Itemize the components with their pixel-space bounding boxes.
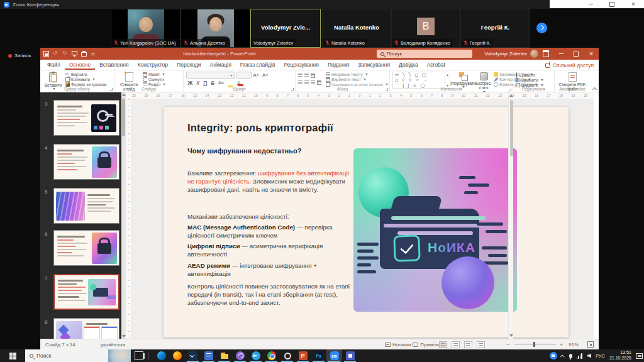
align-right-icon[interactable] <box>311 80 315 85</box>
strikethrough-button[interactable]: S <box>209 80 216 86</box>
thumbnail-slide-8[interactable] <box>53 318 119 339</box>
taskbar-search-box[interactable]: Поиск <box>25 349 131 362</box>
blue-app-icon[interactable] <box>201 349 216 362</box>
italic-button[interactable]: К <box>195 80 201 86</box>
file-explorer-icon[interactable] <box>216 349 232 362</box>
tab-slideshow[interactable]: Показ слайдів <box>236 60 280 70</box>
shapes-gallery[interactable]: ▭ ╲ ╲ ◻ ◯ △ ▽ ◇ ☆ → ⌒ { } ☆ ◯ ▲▼ <box>392 72 450 89</box>
start-button[interactable] <box>0 349 25 362</box>
thumbnail-slide-4[interactable] <box>53 144 119 180</box>
tab-help[interactable]: Довідка <box>394 60 423 70</box>
powershell-icon[interactable] <box>185 349 201 362</box>
slide-text-block[interactable]: Integrity: роль криптографії Чому шифрув… <box>187 122 357 307</box>
zoom-slider-knob[interactable] <box>533 342 535 347</box>
keyboard-language-badge[interactable]: РУС <box>596 353 605 359</box>
scroll-up-icon[interactable] <box>122 94 126 96</box>
font-size-select[interactable] <box>236 72 252 79</box>
grow-font-button[interactable]: А˄ <box>252 72 260 78</box>
ribbon-display-options-icon[interactable] <box>538 48 553 60</box>
layout-button[interactable]: Макет <box>143 72 165 77</box>
zoom-tray-icon[interactable] <box>550 352 557 359</box>
next-participants-button[interactable] <box>536 23 547 33</box>
undo-icon[interactable] <box>53 51 58 57</box>
participant-tile-heorhii[interactable]: Георгій К. Георгій К. <box>460 9 530 48</box>
powerpoint-icon[interactable]: P <box>295 349 311 362</box>
tab-insert[interactable]: Вставлення <box>95 60 133 70</box>
tab-view[interactable]: Подання <box>323 60 353 70</box>
align-left-icon[interactable] <box>298 80 303 85</box>
shapes-gallery-scroll[interactable]: ▲▼ <box>445 72 450 89</box>
align-text-button[interactable]: Вирівняти текст <box>326 77 388 82</box>
bullets-icon[interactable] <box>298 74 303 78</box>
zoom-out-button[interactable]: − <box>507 339 510 349</box>
bold-button[interactable]: Ж <box>186 80 194 86</box>
align-center-icon[interactable] <box>304 80 309 85</box>
network-tray-icon[interactable] <box>577 353 583 359</box>
zoom-level[interactable]: 91% <box>569 339 579 349</box>
normal-view-button[interactable] <box>439 341 447 348</box>
fit-to-window-button[interactable] <box>587 339 594 349</box>
arrange-button[interactable]: Упорядкувати <box>452 72 474 88</box>
photoshop-icon[interactable]: Ps <box>311 349 326 362</box>
clipboard-dialog-launcher-icon[interactable] <box>110 88 113 90</box>
action-center-icon[interactable] <box>636 353 643 359</box>
collapse-ribbon-icon[interactable] <box>592 87 596 90</box>
highlight-button[interactable] <box>226 80 235 86</box>
tab-transitions[interactable]: Переходи <box>172 60 206 70</box>
slide-sorter-view-button[interactable] <box>452 341 460 348</box>
shrink-font-button[interactable]: А˅ <box>260 72 269 78</box>
ribbon-search-box[interactable]: Пошук <box>377 50 472 58</box>
participant-tile-alona[interactable]: Альона Десятко <box>180 9 250 48</box>
thumbnail-scrollbar[interactable] <box>121 92 126 339</box>
task-view-button[interactable] <box>135 351 143 360</box>
print-preview-icon[interactable] <box>81 51 87 57</box>
zoom-app-icon[interactable]: zm <box>326 349 342 362</box>
font-dialog-launcher-icon[interactable] <box>291 88 294 90</box>
chrome-icon[interactable] <box>264 349 279 362</box>
tab-animations[interactable]: Анімація <box>206 60 236 70</box>
replace-button[interactable]: Замінити <box>516 77 543 82</box>
volume-tray-icon[interactable] <box>587 354 591 358</box>
participant-tile-yuri[interactable]: Yuri Kargapolov (SOC UA) <box>111 9 180 48</box>
tab-home[interactable]: Основне <box>65 60 95 70</box>
scroll-up-icon[interactable] <box>509 94 513 97</box>
slideshow-view-button[interactable] <box>477 341 485 348</box>
maximize-button[interactable] <box>601 0 623 8</box>
start-presentation-icon[interactable] <box>72 51 77 57</box>
search-app-icon[interactable] <box>279 349 295 362</box>
tab-acrobat[interactable]: Acrobat <box>423 60 450 70</box>
thumbnail-slide-7-selected[interactable] <box>53 274 119 310</box>
tab-file[interactable]: Файл <box>43 60 65 70</box>
scroll-down-icon[interactable] <box>509 334 513 337</box>
reading-view-button[interactable] <box>464 341 472 348</box>
ppt-minimize-button[interactable] <box>553 48 569 60</box>
zoom-in-button[interactable]: + <box>560 339 563 349</box>
paragraph-dialog-launcher-icon[interactable] <box>386 88 388 90</box>
customize-qat-icon[interactable] <box>91 51 96 57</box>
indent-icon[interactable] <box>311 74 315 78</box>
microphone-tray-icon[interactable] <box>569 354 572 358</box>
ppt-restore-button[interactable] <box>569 48 584 60</box>
numbering-icon[interactable] <box>304 74 309 78</box>
slide-illustration[interactable]: НоИКА <box>353 148 517 312</box>
reset-button[interactable]: Скинути <box>143 77 165 82</box>
save-icon[interactable] <box>43 51 49 57</box>
underline-button[interactable]: П <box>202 80 209 86</box>
viber-icon[interactable] <box>232 349 248 362</box>
drawing-dialog-launcher-icon[interactable] <box>509 88 511 90</box>
find-button[interactable]: Знайти <box>516 72 543 77</box>
thumbnail-slide-6[interactable] <box>53 230 119 266</box>
copy-button[interactable]: Копіювати <box>65 77 106 82</box>
text-direction-button[interactable]: Напрямок тексту <box>326 72 388 77</box>
participant-tile-volodymyr[interactable]: Volodymyr Zvie... Volodymyr Zvieriev <box>250 9 321 48</box>
firefox-icon[interactable] <box>169 349 185 362</box>
participant-tile-natalia[interactable]: Natalia Kotenko Natalia Kotenko <box>322 9 391 48</box>
columns-icon[interactable] <box>317 80 321 85</box>
account-block[interactable]: Volodymyr Zvieriev <box>484 48 538 60</box>
zoom-slider[interactable] <box>514 344 556 344</box>
change-case-button[interactable]: Аа <box>216 80 225 85</box>
redo-icon[interactable] <box>62 51 68 57</box>
editor-scrollbar[interactable] <box>508 92 513 339</box>
blue-tile-app-icon[interactable] <box>342 349 358 362</box>
minimize-button[interactable] <box>580 0 601 8</box>
